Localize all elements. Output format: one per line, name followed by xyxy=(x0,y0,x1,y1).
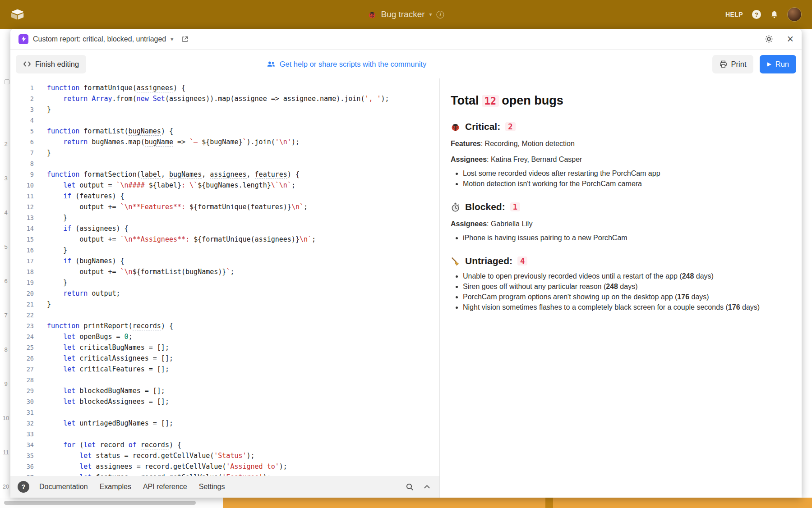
horizontal-scrollbar[interactable] xyxy=(4,501,196,505)
code-text: output += `\n${formatList(bugNames)}`; xyxy=(34,266,234,277)
code-line[interactable]: 31 xyxy=(10,407,439,418)
code-line[interactable]: 3} xyxy=(10,104,439,115)
code-line[interactable]: 11 if (features) { xyxy=(10,191,439,201)
info-icon[interactable]: i xyxy=(437,11,444,18)
code-line[interactable]: 18 output += `\n${formatList(bugNames)}`… xyxy=(10,266,439,277)
community-link[interactable]: Get help or share scripts with the commu… xyxy=(267,60,427,69)
extension-title[interactable]: Custom report: critical, blocked, untria… xyxy=(33,35,166,43)
code-line[interactable]: 5function formatList(bugNames) { xyxy=(10,126,439,137)
code-line[interactable]: 29 let blockedBugNames = []; xyxy=(10,385,439,396)
code-line[interactable]: 19 } xyxy=(10,277,439,288)
code-text: output += `\n**Assignees**: ${formatUniq… xyxy=(34,234,316,245)
line-number: 23 xyxy=(10,320,34,331)
code-text: function formatList(bugNames) { xyxy=(34,126,173,137)
bottom-nav: DocumentationExamplesAPI referenceSettin… xyxy=(39,483,225,491)
print-button[interactable]: Print xyxy=(712,55,754,73)
chevron-down-icon: ▾ xyxy=(429,11,432,18)
code-line[interactable]: 32 let untriagedBugNames = []; xyxy=(10,418,439,429)
code-text xyxy=(34,375,47,385)
code-line[interactable]: 23function printReport(records) { xyxy=(10,320,439,331)
count-badge: 2 xyxy=(505,122,515,131)
row-number: 9 xyxy=(2,367,10,401)
code-line[interactable]: 7} xyxy=(10,147,439,158)
code-line[interactable]: 8 xyxy=(10,158,439,169)
finish-editing-button[interactable]: Finish editing xyxy=(16,55,86,73)
run-button[interactable]: ▶ Run xyxy=(760,55,796,73)
nav-documentation[interactable]: Documentation xyxy=(39,483,88,491)
nav-api-reference[interactable]: API reference xyxy=(143,483,187,491)
help-question-icon[interactable]: ? xyxy=(18,481,29,493)
row-number: 8 xyxy=(2,333,10,367)
code-line[interactable]: 27 let criticalFeatures = []; xyxy=(10,364,439,375)
row-number: 10 xyxy=(2,401,10,435)
code-line[interactable]: 20 return output; xyxy=(10,288,439,299)
code-line[interactable]: 10 let output = `\n#### ${label}: \`${bu… xyxy=(10,180,439,191)
code-line[interactable]: 25 let criticalBugNames = []; xyxy=(10,342,439,353)
code-line[interactable]: 12 output += `\n**Features**: ${formatUn… xyxy=(10,201,439,212)
code-text: output += `\n**Features**: ${formatUniqu… xyxy=(34,201,308,212)
settings-gear-icon[interactable] xyxy=(765,35,773,43)
code-text xyxy=(34,158,47,169)
section-heading: Critical:2 xyxy=(451,121,782,132)
editor-bottom-bar: ? DocumentationExamplesAPI referenceSett… xyxy=(10,476,439,498)
code-line[interactable]: 1function formatUnique(assignees) { xyxy=(10,82,439,93)
nav-examples[interactable]: Examples xyxy=(100,483,131,491)
row-number: 3 xyxy=(2,161,10,196)
base-title: Bug tracker xyxy=(381,9,424,19)
row-number: 11 xyxy=(2,435,10,470)
notifications-bell-icon[interactable] xyxy=(770,10,779,19)
code-line[interactable]: 9function formatSection(label, bugNames,… xyxy=(10,169,439,180)
code-text: let status = record.getCellValue('Status… xyxy=(34,450,255,461)
avatar[interactable] xyxy=(788,8,801,21)
code-line[interactable]: 21} xyxy=(10,299,439,310)
line-number: 15 xyxy=(10,234,34,245)
code-line[interactable]: 16 } xyxy=(10,245,439,256)
code-line[interactable]: 26 let criticalAssignees = []; xyxy=(10,353,439,364)
code-line[interactable]: 14 if (assignees) { xyxy=(10,223,439,234)
report-section: Critical:2Features: Recording, Motion de… xyxy=(451,121,782,188)
help-label[interactable]: HELP xyxy=(725,11,743,18)
line-number: 22 xyxy=(10,310,34,320)
chevron-up-icon[interactable] xyxy=(424,485,430,489)
line-number: 28 xyxy=(10,375,34,385)
code-line[interactable]: 34 for (let record of records) { xyxy=(10,439,439,450)
bullet-item: Night vision sometimes flashes to a comp… xyxy=(463,303,782,311)
code-line[interactable]: 37 let features = record.getCellValue('F… xyxy=(10,472,439,476)
nav-settings[interactable]: Settings xyxy=(199,483,225,491)
code-text xyxy=(34,115,47,126)
code-line[interactable]: 28 xyxy=(10,375,439,385)
code-line[interactable]: 36 let assignees = record.getCellValue('… xyxy=(10,461,439,472)
line-number: 27 xyxy=(10,364,34,375)
chevron-down-icon[interactable]: ▾ xyxy=(171,36,173,42)
code-text: } xyxy=(34,212,67,223)
code-text: let criticalBugNames = []; xyxy=(34,342,169,353)
scripting-extension-dialog: Custom report: critical, blocked, untria… xyxy=(10,29,802,498)
code-text: let criticalFeatures = []; xyxy=(34,364,169,375)
help-icon[interactable]: ? xyxy=(752,10,761,19)
dialog-main: 1function formatUnique(assignees) {2 ret… xyxy=(10,78,802,498)
code-line[interactable]: 22 xyxy=(10,310,439,320)
close-icon[interactable]: × xyxy=(787,33,794,45)
code-line[interactable]: 24 let openBugs = 0; xyxy=(10,331,439,342)
background-table-strip xyxy=(0,498,812,508)
bullet-list: Unable to open previously recorded video… xyxy=(451,272,782,311)
code-line[interactable]: 15 output += `\n**Assignees**: ${formatU… xyxy=(10,234,439,245)
code-text: function printReport(records) { xyxy=(34,320,173,331)
code-line[interactable]: 2 return Array.from(new Set(assignees)).… xyxy=(10,93,439,104)
code-line[interactable]: 35 let status = record.getCellValue('Sta… xyxy=(10,450,439,461)
code-line[interactable]: 13 } xyxy=(10,212,439,223)
code-line[interactable]: 4 xyxy=(10,115,439,126)
code-line[interactable]: 30 let blockedAssignees = []; xyxy=(10,396,439,407)
expand-external-icon[interactable] xyxy=(181,36,189,43)
code-editor[interactable]: 1function formatUnique(assignees) {2 ret… xyxy=(10,78,439,476)
code-line[interactable]: 33 xyxy=(10,429,439,439)
people-icon xyxy=(267,61,276,68)
code-text: } xyxy=(34,104,51,115)
code-line[interactable]: 17 if (bugNames) { xyxy=(10,256,439,266)
line-number: 35 xyxy=(10,450,34,461)
search-icon[interactable] xyxy=(406,483,414,491)
code-line[interactable]: 6 return bugNames.map(bugName => `– ${bu… xyxy=(10,137,439,147)
line-number: 10 xyxy=(10,180,34,191)
airtable-logo-icon[interactable] xyxy=(11,9,24,20)
base-switcher[interactable]: Bug tracker ▾ i xyxy=(368,0,444,29)
